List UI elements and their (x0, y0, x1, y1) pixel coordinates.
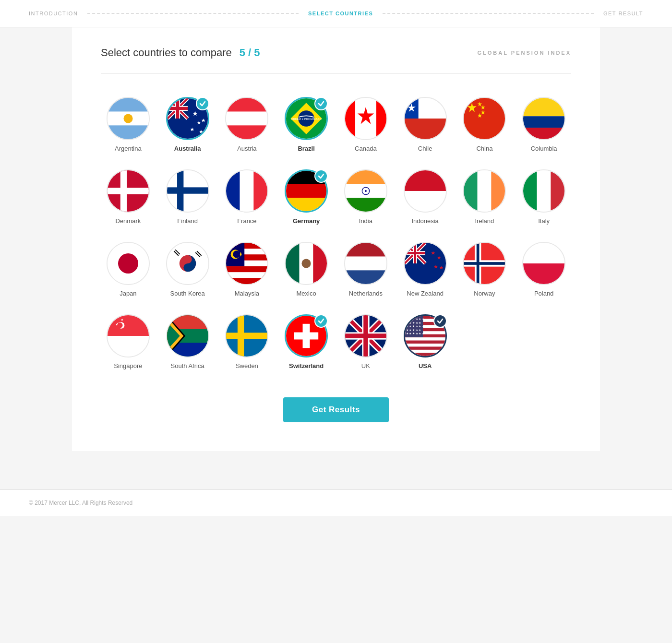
flag-wrapper-austria (225, 97, 268, 140)
country-item-australia[interactable]: Australia (160, 93, 215, 156)
svg-rect-118 (108, 315, 149, 336)
svg-point-73 (183, 263, 192, 272)
flag-indonesia (404, 169, 447, 213)
svg-rect-19 (226, 98, 267, 112)
svg-point-88 (233, 250, 240, 258)
flag-wrapper-uk (344, 314, 387, 357)
flag-wrapper-poland (522, 242, 565, 285)
svg-rect-42 (523, 128, 564, 139)
flag-wrapper-brazil: ORDEM E PROGRESSO (285, 97, 328, 140)
flag-canada (344, 97, 387, 140)
country-item-italy[interactable]: Italy (516, 166, 571, 228)
flag-wrapper-france (225, 169, 268, 213)
svg-text:ORDEM E PROGRESSO: ORDEM E PROGRESSO (291, 118, 322, 120)
svg-rect-20 (226, 112, 267, 126)
country-name-india: India (359, 217, 372, 225)
country-item-poland[interactable]: Poland (516, 238, 571, 301)
country-item-india[interactable]: India (338, 166, 393, 228)
svg-rect-62 (464, 170, 478, 212)
country-item-south-korea[interactable]: South Korea (160, 238, 215, 301)
svg-rect-65 (523, 170, 537, 212)
check-badge-brazil (314, 97, 328, 110)
country-item-japan[interactable]: Japan (101, 238, 156, 301)
country-item-new-zealand[interactable]: New Zealand (398, 238, 453, 301)
svg-rect-51 (254, 170, 268, 212)
country-item-south-africa[interactable]: South Africa (160, 310, 215, 373)
flag-wrapper-mexico (285, 242, 328, 285)
svg-point-72 (183, 255, 192, 263)
flag-netherlands (344, 242, 387, 285)
flag-uk (344, 314, 387, 357)
flag-wrapper-netherlands (344, 242, 387, 285)
country-item-denmark[interactable]: Denmark (101, 166, 156, 228)
country-item-finland[interactable]: Finland (160, 166, 215, 228)
svg-point-121 (117, 322, 122, 328)
flag-argentina (107, 97, 150, 140)
countries-grid: Argentina (101, 93, 571, 373)
country-item-switzerland[interactable]: Switzerland (279, 310, 334, 373)
progress-bar: INTRODUCTION SELECT COUNTRIES GET RESULT (0, 0, 672, 27)
svg-rect-64 (492, 170, 505, 212)
svg-rect-143 (345, 333, 386, 338)
svg-rect-96 (345, 270, 386, 284)
svg-rect-54 (286, 198, 326, 211)
progress-line-1 (87, 13, 299, 14)
country-item-ireland[interactable]: Ireland (457, 166, 512, 228)
footer: © 2017 Mercer LLC, All Rights Reserved (0, 489, 672, 516)
country-name-poland: Poland (534, 290, 553, 297)
check-badge-germany (314, 169, 328, 183)
main-content: Select countries to compare 5 / 5 GLOBAL… (72, 27, 600, 451)
svg-rect-27 (345, 98, 355, 139)
country-name-usa: USA (419, 362, 432, 369)
country-name-china: China (476, 145, 492, 152)
country-item-canada[interactable]: Canada (338, 93, 393, 156)
country-item-singapore[interactable]: Singapore (101, 310, 156, 373)
get-results-button[interactable]: Get Results (283, 397, 389, 422)
country-item-uk[interactable]: UK (338, 310, 393, 373)
country-item-malaysia[interactable]: Malaysia (220, 238, 275, 301)
country-item-norway[interactable]: Norway (457, 238, 512, 301)
country-name-japan: Japan (120, 290, 136, 297)
svg-point-3 (123, 114, 132, 123)
svg-rect-85 (226, 278, 267, 284)
svg-rect-84 (226, 272, 267, 278)
country-item-france[interactable]: France (220, 166, 275, 228)
svg-rect-115 (464, 262, 505, 265)
country-name-new-zealand: New Zealand (407, 290, 444, 297)
svg-text:★ ★ ★ ★ ★ ★: ★ ★ ★ ★ ★ ★ (406, 332, 424, 335)
svg-rect-149 (405, 344, 445, 346)
svg-point-93 (302, 259, 311, 268)
flag-italy (522, 169, 565, 213)
country-item-sweden[interactable]: Sweden (220, 310, 275, 373)
country-item-chile[interactable]: Chile (398, 93, 453, 156)
country-item-austria[interactable]: Austria (220, 93, 275, 156)
country-item-china[interactable]: China (457, 93, 512, 156)
flag-japan (107, 242, 150, 285)
country-item-netherlands[interactable]: Netherlands (338, 238, 393, 301)
flag-ireland (463, 169, 506, 213)
country-item-brazil[interactable]: ORDEM E PROGRESSO Brazil (279, 93, 334, 156)
country-name-netherlands: Netherlands (349, 290, 383, 297)
country-item-columbia[interactable]: Columbia (516, 93, 571, 156)
country-item-argentina[interactable]: Argentina (101, 93, 156, 156)
country-name-south-korea: South Korea (170, 290, 204, 297)
svg-text:★ ★ ★ ★ ★: ★ ★ ★ ★ ★ (406, 329, 420, 332)
country-item-usa[interactable]: ★ ★ ★ ★ ★ ★ ★ ★ ★ ★ ★ ★ ★ ★ ★ ★ ★ ★ ★ ★ … (398, 310, 453, 373)
country-name-argentina: Argentina (115, 145, 142, 152)
svg-rect-48 (167, 187, 208, 193)
country-name-chile: Chile (418, 145, 432, 152)
svg-rect-50 (240, 170, 254, 212)
country-item-germany[interactable]: Germany (279, 166, 334, 228)
country-item-mexico[interactable]: Mexico (279, 238, 334, 301)
selection-count: 5 / 5 (240, 47, 260, 59)
svg-rect-61 (405, 191, 446, 212)
page-header: Select countries to compare 5 / 5 GLOBAL… (101, 47, 571, 59)
svg-rect-57 (345, 198, 386, 212)
country-item-indonesia[interactable]: Indonesia (398, 166, 453, 228)
check-badge-usa (433, 314, 447, 328)
svg-rect-83 (226, 266, 267, 272)
svg-rect-116 (523, 243, 564, 263)
svg-rect-131 (226, 333, 267, 339)
flag-wrapper-china (463, 97, 506, 140)
svg-rect-148 (405, 337, 445, 340)
